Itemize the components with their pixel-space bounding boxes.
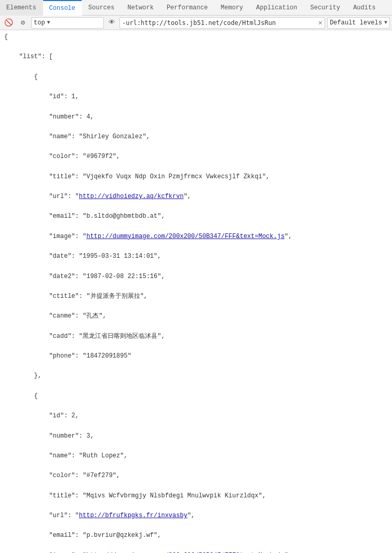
url-clear-icon[interactable]: ✕ xyxy=(318,18,322,27)
second-toolbar: 🚫 ⊘ top ▼ 👁 ✕ Default levels ▼ xyxy=(0,16,392,30)
chevron-down-icon: ▼ xyxy=(384,20,387,25)
log-levels-dropdown[interactable]: Default levels ▼ xyxy=(327,17,390,29)
filter-icon[interactable]: ⊘ xyxy=(17,17,29,29)
url-filter-bar[interactable]: ✕ xyxy=(119,17,325,29)
tab-performance[interactable]: Performance xyxy=(160,0,214,16)
url-link-1[interactable]: http://vidhoiedzy.aq/kcfkrvn xyxy=(79,193,184,200)
tab-sources[interactable]: Sources xyxy=(82,0,121,16)
tab-audits[interactable]: Audits xyxy=(347,0,382,16)
image-link-1[interactable]: http://dummyimage.com/200x200/50B347/FFF… xyxy=(86,233,285,240)
tab-elements[interactable]: Elements xyxy=(0,0,43,16)
tab-memory[interactable]: Memory xyxy=(214,0,250,16)
chevron-down-icon: ▼ xyxy=(47,20,50,25)
url-filter-input[interactable] xyxy=(122,19,316,27)
preserve-log-icon[interactable]: 👁 xyxy=(106,17,117,29)
url-link-2[interactable]: http://bfrufkpgks.fr/inxvasby xyxy=(79,512,187,519)
tab-console[interactable]: Console xyxy=(43,0,82,16)
tab-security[interactable]: Security xyxy=(304,0,347,16)
tab-application[interactable]: Application xyxy=(250,0,304,16)
context-value: top xyxy=(34,19,45,27)
tab-bar: Elements Console Sources Network Perform… xyxy=(0,0,392,16)
clear-console-icon[interactable]: 🚫 xyxy=(2,17,15,29)
console-output: { "list": [ { "id": 1, "number": 4, "nam… xyxy=(0,30,392,553)
tab-network[interactable]: Network xyxy=(121,0,160,16)
context-selector[interactable]: top ▼ xyxy=(31,17,104,29)
